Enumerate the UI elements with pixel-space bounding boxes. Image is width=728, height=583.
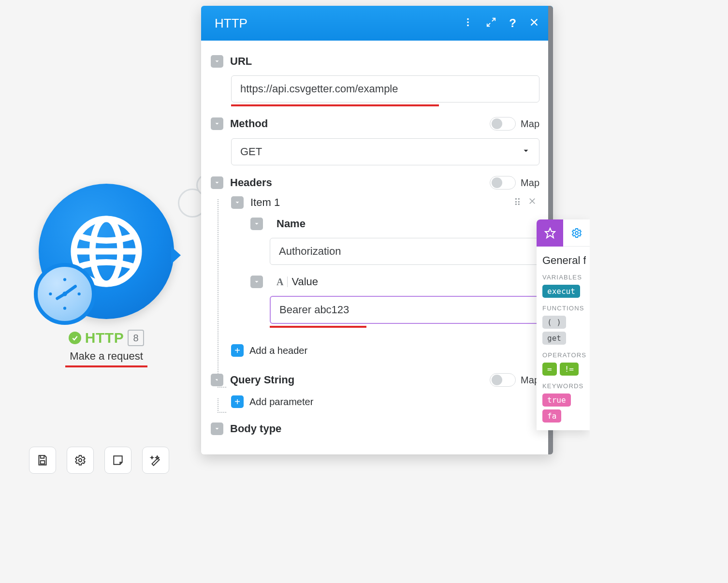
svg-point-11	[79, 459, 82, 462]
execution-count[interactable]: 8	[128, 330, 144, 346]
annotation-line	[65, 365, 147, 367]
svg-point-7	[78, 292, 81, 295]
collapse-toggle-url[interactable]	[211, 55, 223, 68]
operator-pill-neq[interactable]: !=	[560, 363, 579, 376]
svg-point-22	[575, 232, 578, 234]
header-value-input[interactable]	[270, 296, 539, 324]
help-icon[interactable]: ?	[509, 17, 516, 29]
svg-point-13	[467, 21, 469, 23]
divider	[287, 277, 288, 287]
pointer-notch	[171, 247, 181, 264]
method-select[interactable]: GET	[231, 138, 539, 165]
svg-line-16	[487, 23, 490, 26]
drag-handle-icon[interactable]: ⠿	[514, 197, 521, 208]
operator-pill-eq[interactable]: =	[542, 363, 557, 376]
helper-cat-variables: VARIABLES	[542, 274, 586, 281]
check-icon	[69, 332, 81, 344]
label-url: URL	[230, 55, 252, 68]
expand-icon[interactable]	[486, 17, 496, 29]
save-button[interactable]	[29, 447, 56, 474]
helper-cat-functions: FUNCTIONS	[542, 305, 586, 312]
variable-pill[interactable]: execut	[542, 285, 580, 298]
label-body-type: Body type	[230, 423, 281, 435]
add-parameter-button[interactable]: + Add parameter	[231, 395, 539, 408]
label-header-value: Value	[291, 276, 318, 288]
helper-cat-operators: OPERATORS	[542, 351, 586, 359]
tab-settings[interactable]	[563, 219, 590, 247]
collapse-toggle-method[interactable]	[211, 117, 223, 130]
collapse-toggle-name[interactable]	[250, 218, 263, 230]
svg-line-4	[65, 286, 75, 294]
panel-title: HTTP	[215, 16, 248, 31]
svg-point-14	[467, 25, 469, 27]
scenario-node-http[interactable]: HTTP 8 Make a request	[29, 184, 184, 367]
svg-line-15	[492, 18, 495, 21]
method-value: GET	[240, 146, 262, 158]
collapse-toggle-value[interactable]	[250, 276, 263, 288]
add-header-label: Add a header	[249, 345, 307, 356]
keyword-pill-true[interactable]: true	[542, 394, 571, 407]
add-header-button[interactable]: + Add a header	[231, 344, 539, 357]
tree-elbow	[218, 379, 226, 388]
function-pill-get[interactable]: get	[542, 332, 566, 345]
collapse-toggle-headers[interactable]	[211, 176, 223, 189]
plus-icon: +	[231, 395, 244, 408]
svg-rect-10	[41, 461, 45, 464]
settings-button[interactable]	[67, 447, 94, 474]
text-type-icon: A	[277, 277, 283, 287]
svg-point-6	[63, 278, 66, 281]
label-query: Query String	[230, 374, 294, 386]
collapse-toggle-item1[interactable]	[231, 196, 244, 209]
node-subtitle: Make a request	[29, 350, 184, 363]
notes-button[interactable]	[104, 447, 131, 474]
label-header-name: Name	[277, 218, 306, 230]
map-label: Map	[521, 177, 539, 189]
delete-item-icon[interactable]	[528, 197, 537, 208]
item-label: Item 1	[250, 196, 280, 209]
label-headers: Headers	[230, 176, 272, 189]
svg-point-8	[63, 307, 66, 310]
annotation-line	[270, 326, 366, 328]
clock-badge-icon	[34, 263, 96, 325]
chevron-down-icon	[522, 146, 530, 158]
annotation-line	[231, 104, 439, 106]
helper-cat-keywords: KEYWORDS	[542, 382, 586, 390]
label-method: Method	[230, 117, 268, 130]
node-graphic	[39, 184, 174, 319]
map-toggle-query[interactable]	[490, 373, 516, 387]
collapse-toggle-body[interactable]	[211, 423, 223, 435]
magic-button[interactable]	[142, 447, 169, 474]
tree-elbow	[218, 398, 226, 413]
helper-title: General f	[542, 254, 586, 267]
bottom-toolbar	[29, 447, 169, 474]
url-input[interactable]	[231, 75, 539, 102]
svg-point-9	[49, 292, 52, 295]
panel-header: HTTP ?	[201, 6, 553, 41]
helper-panel: General f VARIABLES execut FUNCTIONS ( )…	[537, 219, 590, 430]
menu-icon[interactable]	[463, 17, 473, 29]
map-label: Map	[521, 118, 539, 130]
node-name: HTTP	[85, 330, 124, 346]
svg-point-12	[467, 18, 469, 20]
svg-line-5	[57, 294, 65, 298]
http-config-panel: HTTP ? URL	[201, 6, 553, 454]
keyword-pill-fa[interactable]: fa	[542, 409, 561, 423]
tree-line	[218, 199, 218, 378]
add-parameter-label: Add parameter	[249, 396, 313, 408]
map-toggle-method[interactable]	[490, 117, 516, 131]
close-icon[interactable]	[529, 17, 539, 29]
tab-favorites[interactable]	[537, 219, 563, 247]
function-pill-paren[interactable]: ( )	[542, 316, 566, 329]
plus-icon: +	[231, 344, 244, 357]
map-toggle-headers[interactable]	[490, 176, 516, 189]
header-name-input[interactable]	[270, 238, 539, 265]
svg-marker-21	[545, 228, 555, 238]
